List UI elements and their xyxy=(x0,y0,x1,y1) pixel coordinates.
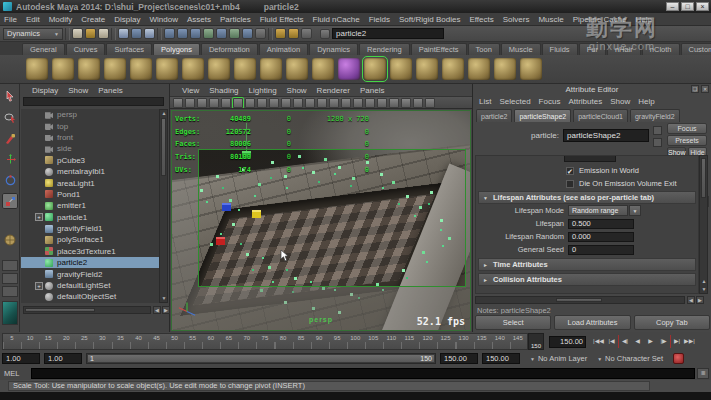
shelf-tab[interactable]: nHair xyxy=(607,43,641,55)
render-icon[interactable] xyxy=(275,28,286,39)
command-language-label[interactable]: MEL xyxy=(4,369,31,378)
expand-toggle[interactable] xyxy=(35,270,43,278)
menu-item[interactable]: Show xyxy=(287,86,307,95)
poly-sphere-bracket-icon[interactable] xyxy=(364,58,386,80)
auto-key-icon[interactable] xyxy=(673,353,684,364)
step-back-key-button[interactable]: ◀| xyxy=(618,335,631,348)
step-forward-key-button[interactable]: |▶ xyxy=(657,335,670,348)
current-time-field[interactable]: 150.00 xyxy=(549,336,586,348)
make-live-icon[interactable] xyxy=(216,28,227,39)
field-chart-icon[interactable] xyxy=(305,98,315,108)
restore-button[interactable]: □ xyxy=(681,2,694,11)
outliner-item[interactable]: gravityField1 xyxy=(21,223,159,234)
outliner-item[interactable]: persp xyxy=(21,109,159,120)
shelf-tab[interactable]: Rendering xyxy=(359,43,410,55)
menu-item[interactable]: Particles xyxy=(220,15,251,24)
gate-mask-icon[interactable] xyxy=(293,98,303,108)
select-component-icon[interactable] xyxy=(144,28,155,39)
attribute-value-field[interactable]: 0.000 xyxy=(568,232,634,242)
expand-toggle[interactable] xyxy=(35,133,43,141)
range-end-handle[interactable]: 150 xyxy=(420,354,432,364)
play-forwards-button[interactable]: ▶ xyxy=(644,335,657,348)
snap-surface-icon[interactable] xyxy=(203,28,214,39)
menu-item[interactable]: Assets xyxy=(187,15,211,24)
range-slider-track[interactable]: 1 150 xyxy=(86,353,436,364)
step-forward-frame-button[interactable]: ▶| xyxy=(670,335,683,348)
expand-toggle[interactable] xyxy=(35,259,43,267)
outliner-item[interactable]: top xyxy=(21,120,159,131)
grease-pencil-icon[interactable] xyxy=(245,98,255,108)
poly-plane-icon[interactable] xyxy=(130,58,152,80)
screen-ao-icon[interactable] xyxy=(401,98,411,108)
outliner-item[interactable]: Pond1 xyxy=(21,189,159,200)
soft-mod-tool[interactable] xyxy=(2,232,18,248)
menu-item[interactable]: Fields xyxy=(369,15,390,24)
menu-item[interactable]: Focus xyxy=(539,97,561,106)
film-gate-icon[interactable] xyxy=(269,98,279,108)
menu-item[interactable]: Attributes xyxy=(568,97,602,106)
menu-item[interactable]: Selected xyxy=(499,97,530,106)
select-by-name-icon[interactable] xyxy=(320,29,330,39)
script-editor-icon[interactable]: ≣ xyxy=(697,368,709,379)
checkbox[interactable]: ✔ xyxy=(566,167,574,175)
ipr-render-icon[interactable] xyxy=(288,28,299,39)
sculpt-tool-icon[interactable] xyxy=(390,58,412,80)
menu-item[interactable]: Fluid nCache xyxy=(313,15,360,24)
menu-item[interactable]: Muscle xyxy=(538,15,563,24)
save-scene-icon[interactable] xyxy=(98,28,109,39)
poly-cube-interactive-icon[interactable] xyxy=(338,58,360,80)
menu-item[interactable]: Display xyxy=(32,86,58,95)
expand-toggle[interactable] xyxy=(35,145,43,153)
menu-item[interactable]: Edit xyxy=(26,15,40,24)
attribute-hscroll-arrows[interactable]: ◀▶ xyxy=(687,296,704,304)
viewport-canvas[interactable]: Verts: 40489 0 1280 x 720 Edges: 120572 … xyxy=(171,110,471,331)
poly-helix-icon[interactable] xyxy=(260,58,282,80)
outliner-item[interactable]: + defaultLightSet xyxy=(21,280,159,291)
range-slider-bar[interactable] xyxy=(88,355,434,362)
separate-icon[interactable] xyxy=(520,58,542,80)
shelf-tab[interactable]: Dynamics xyxy=(309,43,358,55)
poly-cone-icon[interactable] xyxy=(104,58,126,80)
attribute-value-field[interactable]: 0.500 xyxy=(568,219,634,229)
focus-button[interactable]: Focus xyxy=(667,123,707,134)
scale-tool[interactable] xyxy=(2,193,18,209)
motion-blur-icon[interactable] xyxy=(413,98,423,108)
minimize-button[interactable]: – xyxy=(666,2,679,11)
menu-item[interactable]: Effects xyxy=(469,15,493,24)
poly-prism-icon[interactable] xyxy=(182,58,204,80)
node-tab[interactable]: particle2 xyxy=(476,109,512,122)
history-icon[interactable] xyxy=(242,28,253,39)
footer-button[interactable]: Load Attributes xyxy=(554,315,630,330)
expand-toggle[interactable] xyxy=(35,179,43,187)
expand-toggle[interactable] xyxy=(35,236,43,244)
time-slider-track[interactable]: 5101520253035404550556065707580859095100… xyxy=(2,333,528,350)
checkbox-row[interactable]: Die On Emission Volume Exit xyxy=(476,178,698,189)
outliner-item[interactable]: mentalrayIbl1 xyxy=(21,166,159,177)
menu-item[interactable]: Solvers xyxy=(503,15,530,24)
footer-button[interactable]: Copy Tab xyxy=(634,315,710,330)
attribute-section-header[interactable]: Time Attributes xyxy=(478,258,696,271)
shelf-tab[interactable]: Deformation xyxy=(201,43,258,55)
menu-item[interactable]: Modify xyxy=(49,15,73,24)
shelf-tab[interactable]: Toon xyxy=(468,43,500,55)
mirror-geometry-icon[interactable] xyxy=(468,58,490,80)
step-back-frame-button[interactable]: |◀ xyxy=(605,335,618,348)
outliner-search-field[interactable] xyxy=(23,97,164,106)
poly-cube-icon[interactable] xyxy=(52,58,74,80)
menu-item[interactable]: Shading xyxy=(209,86,238,95)
quad-draw-icon[interactable] xyxy=(442,58,464,80)
outliner-item[interactable]: + particle1 xyxy=(21,212,159,223)
paint-select-tool[interactable] xyxy=(2,130,18,146)
presets-button[interactable]: Presets xyxy=(667,135,707,146)
open-scene-icon[interactable] xyxy=(85,28,96,39)
expand-toggle[interactable] xyxy=(35,247,43,255)
expand-toggle[interactable] xyxy=(35,168,43,176)
expand-toggle[interactable] xyxy=(35,122,43,130)
menu-item[interactable]: Panels xyxy=(360,86,384,95)
shadows-icon[interactable] xyxy=(389,98,399,108)
menu-item[interactable]: Create xyxy=(81,15,105,24)
shelf-tab[interactable]: Fluids xyxy=(542,43,578,55)
menu-item[interactable]: Show xyxy=(68,86,88,95)
menu-item[interactable]: Display xyxy=(114,15,140,24)
node-tab[interactable]: gravityField2 xyxy=(630,109,680,122)
